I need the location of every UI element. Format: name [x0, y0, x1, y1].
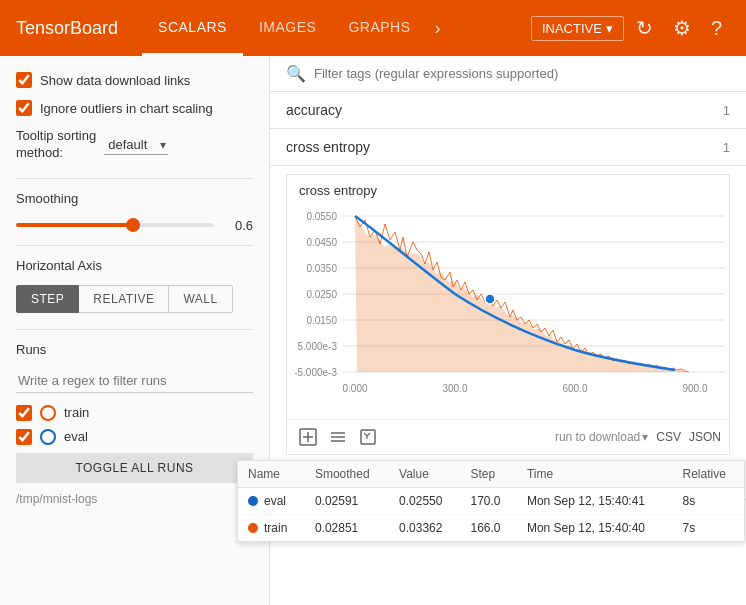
runs-label: Runs — [16, 342, 253, 357]
chart-tooltip-table: Name Smoothed Value Step Time Relative — [270, 460, 745, 542]
divider-1 — [16, 178, 253, 179]
chart-svg: 0.0550 0.0450 0.0350 0.0250 0.0150 5.000… — [295, 202, 735, 412]
tooltip-sort-label: Tooltip sortingmethod: — [16, 128, 96, 162]
help-button[interactable]: ? — [703, 9, 730, 48]
ignore-outliers-row: Ignore outliers in chart scaling — [16, 100, 253, 116]
row-eval-step: 170.0 — [461, 488, 517, 515]
smoothing-slider-row: 0.6 — [16, 218, 253, 233]
ignore-outliers-checkbox[interactable] — [16, 100, 32, 116]
svg-text:0.0250: 0.0250 — [306, 289, 337, 300]
tag-cross-entropy-count: 1 — [723, 140, 730, 155]
main-layout: Show data download links Ignore outliers… — [0, 56, 746, 605]
col-step: Step — [461, 461, 517, 488]
header: TensorBoard SCALARS IMAGES GRAPHS › INAC… — [0, 0, 746, 56]
axis-button-group: STEP RELATIVE WALL — [16, 285, 253, 313]
chart-icons — [295, 424, 381, 450]
tooltip-sort-select[interactable]: default — [104, 135, 168, 155]
fit-icon — [359, 428, 377, 446]
tag-accuracy-count: 1 — [723, 103, 730, 118]
smoothing-value: 0.6 — [221, 218, 253, 233]
nav-more-icon[interactable]: › — [427, 0, 449, 56]
axis-wall-button[interactable]: WALL — [169, 285, 232, 313]
tag-row-cross-entropy[interactable]: cross entropy 1 — [270, 129, 746, 166]
refresh-button[interactable]: ↻ — [628, 8, 661, 48]
tag-accuracy-label: accuracy — [286, 102, 342, 118]
svg-text:-5.000e-3: -5.000e-3 — [295, 367, 337, 378]
axis-relative-button[interactable]: RELATIVE — [79, 285, 169, 313]
row-eval-time: Mon Sep 12, 15:40:41 — [517, 488, 673, 515]
nav-graphs[interactable]: GRAPHS — [332, 0, 426, 56]
smoothing-slider[interactable] — [16, 223, 213, 227]
download-area: run to download ▾ CSV JSON — [555, 430, 721, 444]
fit-chart-button[interactable] — [355, 424, 381, 450]
table-row-eval: eval 0.02591 0.02550 170.0 Mon Sep 12, 1… — [270, 488, 744, 515]
header-right: INACTIVE ▾ ↻ ⚙ ? — [531, 8, 730, 48]
search-icon: 🔍 — [286, 64, 306, 83]
sidebar: Show data download links Ignore outliers… — [0, 56, 270, 605]
toggle-all-runs-button[interactable]: TOGGLE ALL RUNS — [16, 453, 253, 483]
list-view-button[interactable] — [325, 424, 351, 450]
row-eval-name: eval — [270, 488, 305, 515]
tooltip-sort-row: Tooltip sortingmethod: default ▾ — [16, 128, 253, 162]
row-train-step: 166.0 — [461, 515, 517, 542]
col-name: Name — [270, 461, 305, 488]
tooltip-sort-select-wrapper: default ▾ — [104, 135, 168, 155]
dropdown-arrow-icon: ▾ — [606, 21, 613, 36]
row-eval-relative: 8s — [673, 488, 744, 515]
svg-text:0.000: 0.000 — [342, 383, 367, 394]
nav-images[interactable]: IMAGES — [243, 0, 332, 56]
list-icon — [329, 428, 347, 446]
show-download-row: Show data download links — [16, 72, 253, 88]
run-to-download-label: run to download ▾ — [555, 430, 648, 444]
chart-eval-dot — [485, 294, 495, 304]
col-relative: Relative — [673, 461, 744, 488]
col-time: Time — [517, 461, 673, 488]
chart-toolbar: run to download ▾ CSV JSON — [287, 419, 729, 454]
inactive-label: INACTIVE — [542, 21, 602, 36]
svg-text:0.0550: 0.0550 — [306, 211, 337, 222]
tag-cross-entropy-label: cross entropy — [286, 139, 370, 155]
run-download-arrow-icon: ▾ — [642, 430, 648, 444]
expand-chart-button[interactable] — [295, 424, 321, 450]
row-eval-value: 0.02550 — [389, 488, 460, 515]
run-train-checkbox[interactable] — [16, 405, 32, 421]
col-smoothed: Smoothed — [305, 461, 389, 488]
main-content: 🔍 accuracy 1 cross entropy 1 cross entro… — [270, 56, 746, 605]
divider-3 — [16, 329, 253, 330]
run-eval-checkbox[interactable] — [16, 429, 32, 445]
svg-text:600.0: 600.0 — [562, 383, 587, 394]
chart-card: cross entropy 0.0550 0.0450 0.0350 0.025… — [286, 174, 730, 455]
settings-button[interactable]: ⚙ — [665, 8, 699, 48]
svg-text:0.0450: 0.0450 — [306, 237, 337, 248]
filter-bar: 🔍 — [270, 56, 746, 92]
nav-scalars[interactable]: SCALARS — [142, 0, 243, 56]
divider-2 — [16, 245, 253, 246]
main-nav: SCALARS IMAGES GRAPHS › — [142, 0, 531, 56]
json-link[interactable]: JSON — [689, 430, 721, 444]
axis-step-button[interactable]: STEP — [16, 285, 79, 313]
svg-rect-22 — [361, 430, 375, 444]
tag-filter-input[interactable] — [314, 66, 730, 81]
run-eval-color-dot — [40, 429, 56, 445]
csv-link[interactable]: CSV — [656, 430, 681, 444]
show-download-checkbox[interactable] — [16, 72, 32, 88]
horizontal-axis-label: Horizontal Axis — [16, 258, 253, 273]
smoothing-label: Smoothing — [16, 191, 253, 206]
row-train-relative: 7s — [673, 515, 744, 542]
run-eval-label: eval — [64, 429, 88, 444]
runs-filter-input[interactable] — [16, 369, 253, 393]
row-train-name: train — [270, 515, 305, 542]
show-download-label: Show data download links — [40, 73, 190, 88]
svg-text:300.0: 300.0 — [442, 383, 467, 394]
chart-area: 0.0550 0.0450 0.0350 0.0250 0.0150 5.000… — [287, 198, 729, 419]
svg-text:5.000e-3: 5.000e-3 — [298, 341, 338, 352]
tag-row-accuracy[interactable]: accuracy 1 — [270, 92, 746, 129]
table-row-train: train 0.02851 0.03362 166.0 Mon Sep 12, … — [270, 515, 744, 542]
ignore-outliers-label: Ignore outliers in chart scaling — [40, 101, 213, 116]
run-row-eval: eval — [16, 429, 253, 445]
row-train-time: Mon Sep 12, 15:40:40 — [517, 515, 673, 542]
row-train-smoothed: 0.02851 — [305, 515, 389, 542]
run-row-train: train — [16, 405, 253, 421]
svg-text:900.0: 900.0 — [682, 383, 707, 394]
inactive-button[interactable]: INACTIVE ▾ — [531, 16, 624, 41]
